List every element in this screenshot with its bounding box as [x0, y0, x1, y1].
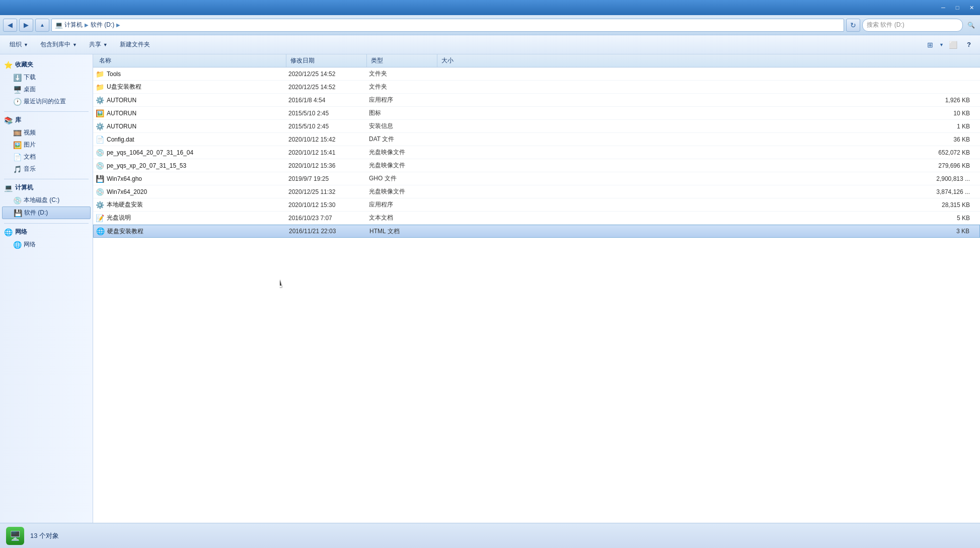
- favorites-icon: ⭐: [4, 61, 13, 69]
- table-row[interactable]: 💾 Win7x64.gho 2019/9/7 19:25 GHO 文件 2,90…: [93, 172, 980, 185]
- main-area: ⭐ 收藏夹 ⬇️ 下载 🖥️ 桌面 🕐 最近访问的位置 📚 库: [0, 54, 980, 523]
- sidebar-item-local-c[interactable]: 💿 本地磁盘 (C:): [2, 194, 91, 206]
- close-button[interactable]: ✕: [965, 3, 978, 13]
- computer-icon: 💻: [4, 184, 13, 192]
- col-header-date[interactable]: 修改日期: [286, 54, 367, 67]
- search-box[interactable]: 搜索 软件 (D:): [862, 19, 963, 32]
- pictures-icon: 🖼️: [13, 141, 21, 149]
- address-bar: ◀ ▶ ▲ 💻 计算机 ▶ 软件 (D:) ▶ ↻ 搜索 软件 (D:) 🔍: [0, 15, 980, 35]
- table-row[interactable]: 📄 Config.dat 2020/10/12 15:42 DAT 文件 36 …: [93, 133, 980, 146]
- sidebar-item-drive-d[interactable]: 💾 软件 (D:): [2, 207, 91, 219]
- up-button[interactable]: ▲: [35, 19, 49, 32]
- table-row[interactable]: 🖼️ AUTORUN 2015/5/10 2:45 图标 10 KB: [93, 107, 980, 120]
- file-type-cell: 图标: [365, 109, 435, 117]
- computer-header[interactable]: 💻 计算机: [0, 181, 93, 194]
- file-date-cell: 2016/10/23 7:07: [284, 215, 365, 222]
- preview-pane-button[interactable]: ⬜: [946, 38, 960, 51]
- file-name: AUTORUN: [107, 123, 136, 130]
- path-computer-label: 计算机: [64, 21, 83, 29]
- file-name: Config.dat: [107, 136, 134, 143]
- share-button[interactable]: 共享 ▼: [84, 38, 113, 52]
- file-type-cell: 文件夹: [365, 83, 435, 91]
- help-button[interactable]: ?: [962, 38, 976, 51]
- library-icon: 📚: [4, 116, 13, 124]
- table-row[interactable]: ⚙️ AUTORUN 2016/1/8 4:54 应用程序 1,926 KB: [93, 94, 980, 107]
- file-type-cell: 光盘映像文件: [365, 161, 435, 170]
- network-section: 🌐 网络 🌐 网络: [0, 226, 93, 250]
- col-header-type[interactable]: 类型: [367, 54, 437, 67]
- download-icon: ⬇️: [13, 74, 21, 82]
- file-name: Tools: [107, 71, 121, 78]
- sidebar-item-desktop[interactable]: 🖥️ 桌面: [2, 84, 91, 95]
- path-computer[interactable]: 💻 计算机: [55, 21, 83, 29]
- file-icon: 🖼️: [95, 109, 104, 118]
- file-date-cell: 2020/10/12 15:41: [284, 149, 365, 156]
- sidebar-item-video-label: 视频: [24, 128, 36, 137]
- maximize-button[interactable]: □: [951, 3, 964, 13]
- file-name: 硬盘安装教程: [107, 227, 143, 236]
- file-icon: 📁: [95, 83, 104, 92]
- sidebar-item-recent[interactable]: 🕐 最近访问的位置: [2, 96, 91, 107]
- table-row[interactable]: 📁 U盘安装教程 2020/12/25 14:52 文件夹: [93, 81, 980, 94]
- table-row[interactable]: ⚙️ 本地硬盘安装 2020/10/12 15:30 应用程序 28,315 K…: [93, 198, 980, 212]
- file-name: U盘安装教程: [107, 83, 141, 91]
- file-type-cell: 安装信息: [365, 122, 435, 130]
- new-folder-button[interactable]: 新建文件夹: [114, 38, 156, 52]
- file-date-cell: 2019/9/7 19:25: [284, 175, 365, 182]
- file-type-cell: 文本文档: [365, 214, 435, 222]
- file-name-cell: 📄 Config.dat: [93, 135, 284, 144]
- file-date-cell: 2020/12/25 14:52: [284, 84, 365, 91]
- minimize-button[interactable]: ─: [937, 3, 950, 13]
- file-date-cell: 2015/5/10 2:45: [284, 123, 365, 130]
- favorites-section: ⭐ 收藏夹 ⬇️ 下载 🖥️ 桌面 🕐 最近访问的位置: [0, 58, 93, 107]
- file-name-cell: ⚙️ AUTORUN: [93, 122, 284, 131]
- status-bar: 🖥️ 13 个对象: [0, 523, 980, 548]
- view-toggle-button[interactable]: ⊞: [923, 38, 937, 51]
- new-folder-label: 新建文件夹: [120, 40, 150, 49]
- sidebar-item-download[interactable]: ⬇️ 下载: [2, 72, 91, 83]
- table-row[interactable]: 📝 光盘说明 2016/10/23 7:07 文本文档 5 KB: [93, 212, 980, 225]
- network-header[interactable]: 🌐 网络: [0, 226, 93, 238]
- sidebar-item-pictures[interactable]: 🖼️ 图片: [2, 139, 91, 151]
- file-size-cell: 36 KB: [435, 136, 980, 143]
- sidebar-item-documents-label: 文档: [24, 153, 36, 161]
- library-label: 库: [15, 116, 21, 124]
- file-name-cell: 💿 pe_yqs_1064_20_07_31_16_04: [93, 148, 284, 157]
- column-headers: 名称 修改日期 类型 大小: [93, 54, 980, 67]
- path-dropdown-arrow[interactable]: ▶: [116, 22, 120, 28]
- path-drive[interactable]: 软件 (D:): [91, 21, 114, 29]
- col-header-name[interactable]: 名称: [95, 54, 286, 67]
- sidebar-item-music[interactable]: 🎵 音乐: [2, 163, 91, 175]
- table-row[interactable]: 💿 pe_yqs_1064_20_07_31_16_04 2020/10/12 …: [93, 146, 980, 159]
- file-date-cell: 2020/10/12 15:36: [284, 162, 365, 169]
- organize-button[interactable]: 组织 ▼: [4, 38, 34, 52]
- address-path[interactable]: 💻 计算机 ▶ 软件 (D:) ▶: [51, 19, 844, 32]
- library-header[interactable]: 📚 库: [0, 114, 93, 126]
- table-row[interactable]: ⚙️ AUTORUN 2015/5/10 2:45 安装信息 1 KB: [93, 120, 980, 133]
- sidebar-item-documents[interactable]: 📄 文档: [2, 151, 91, 163]
- include-button[interactable]: 包含到库中 ▼: [35, 38, 83, 52]
- col-header-size[interactable]: 大小: [437, 54, 978, 67]
- search-button[interactable]: 🔍: [965, 19, 977, 31]
- refresh-button[interactable]: ↻: [846, 19, 860, 32]
- file-name: AUTORUN: [107, 110, 136, 117]
- file-icon: ⚙️: [95, 200, 104, 210]
- computer-label: 计算机: [15, 183, 33, 192]
- favorites-label: 收藏夹: [15, 60, 33, 69]
- table-row[interactable]: 💿 pe_yqs_xp_20_07_31_15_53 2020/10/12 15…: [93, 159, 980, 172]
- back-button[interactable]: ◀: [3, 19, 17, 32]
- sidebar-item-local-c-label: 本地磁盘 (C:): [24, 196, 59, 204]
- sidebar-item-network[interactable]: 🌐 网络: [2, 239, 91, 250]
- favorites-header[interactable]: ⭐ 收藏夹: [0, 58, 93, 71]
- sidebar-divider-2: [4, 179, 89, 179]
- file-icon: 📄: [95, 135, 104, 144]
- sidebar-item-video[interactable]: 🎞️ 视频: [2, 127, 91, 139]
- table-row[interactable]: 🌐 硬盘安装教程 2016/11/21 22:03 HTML 文档 3 KB: [93, 225, 980, 238]
- table-row[interactable]: 💿 Win7x64_2020 2020/12/25 11:32 光盘映像文件 3…: [93, 185, 980, 198]
- file-icon: 📝: [95, 214, 104, 223]
- file-icon: ⚙️: [95, 96, 104, 105]
- file-name-cell: ⚙️ 本地硬盘安装: [93, 200, 284, 210]
- table-row[interactable]: 📁 Tools 2020/12/25 14:52 文件夹: [93, 67, 980, 81]
- organize-arrow: ▼: [24, 42, 28, 47]
- forward-button[interactable]: ▶: [19, 19, 33, 32]
